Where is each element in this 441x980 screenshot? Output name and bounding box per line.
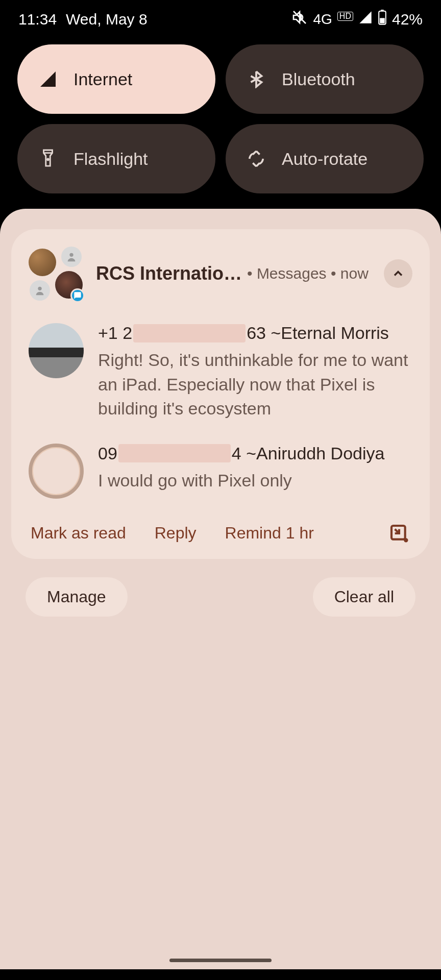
status-icons: 4G HD 42% <box>291 9 423 29</box>
signal-icon <box>38 69 58 89</box>
qs-label: Internet <box>74 69 132 89</box>
message-sender: +1 263 ~Eternal Morris <box>98 323 412 343</box>
notification-meta: • Messages • now <box>247 265 369 282</box>
quick-settings: Internet Bluetooth Flashlight Auto-rotat… <box>0 38 441 209</box>
remind-button[interactable]: Remind 1 hr <box>225 524 314 543</box>
mute-icon <box>291 9 308 29</box>
qs-bluetooth[interactable]: Bluetooth <box>226 44 424 114</box>
notification-shade: RCS Internatio… • Messages • now +1 263 … <box>0 209 441 969</box>
qs-internet[interactable]: Internet <box>17 44 215 114</box>
chevron-up-icon <box>391 266 405 281</box>
svg-point-3 <box>47 158 49 160</box>
status-date: Wed, May 8 <box>66 11 148 28</box>
signal-icon <box>358 10 373 28</box>
auto-rotate-icon <box>246 149 266 169</box>
qs-label: Auto-rotate <box>282 149 368 169</box>
mark-as-read-button[interactable]: Mark as read <box>31 524 126 543</box>
message-text: Right! So, it's unthinkable for me to wa… <box>98 348 412 421</box>
collapse-button[interactable] <box>384 259 412 288</box>
qs-label: Bluetooth <box>282 69 355 89</box>
svg-point-5 <box>38 287 41 290</box>
group-avatar <box>29 247 83 301</box>
redacted <box>133 324 246 342</box>
message-item: +1 263 ~Eternal Morris Right! So, it's u… <box>29 323 412 421</box>
manage-button[interactable]: Manage <box>26 577 128 617</box>
qs-autorotate[interactable]: Auto-rotate <box>226 124 424 193</box>
qs-label: Flashlight <box>74 149 148 169</box>
message-text: I would go with Pixel only <box>98 469 412 493</box>
notification-header: RCS Internatio… • Messages • now <box>29 247 412 301</box>
clear-all-button[interactable]: Clear all <box>313 577 415 617</box>
svg-rect-1 <box>381 10 383 11</box>
bubble-icon <box>389 523 409 544</box>
avatar <box>29 444 84 499</box>
svg-point-7 <box>404 538 408 542</box>
hd-badge: HD <box>337 12 353 21</box>
status-bar: 11:34 Wed, May 8 4G HD 42% <box>0 0 441 38</box>
qs-flashlight[interactable]: Flashlight <box>17 124 215 193</box>
notification-title: RCS Internatio… <box>96 263 242 284</box>
svg-rect-2 <box>380 18 385 23</box>
message-sender: 094 ~Aniruddh Dodiya <box>98 444 412 463</box>
avatar <box>29 323 84 378</box>
bluetooth-icon <box>246 69 266 89</box>
status-time: 11:34 <box>18 11 57 28</box>
shade-footer: Manage Clear all <box>11 559 430 617</box>
messages-badge-icon <box>70 288 85 303</box>
network-label: 4G <box>313 11 332 28</box>
notification-actions: Mark as read Reply Remind 1 hr <box>29 522 412 545</box>
reply-button[interactable]: Reply <box>155 524 197 543</box>
redacted <box>118 444 231 462</box>
flashlight-icon <box>38 149 58 169</box>
svg-point-4 <box>69 253 73 257</box>
nav-handle[interactable] <box>169 959 272 962</box>
notification-card[interactable]: RCS Internatio… • Messages • now +1 263 … <box>11 229 430 559</box>
message-item: 094 ~Aniruddh Dodiya I would go with Pix… <box>29 444 412 499</box>
battery-percent: 42% <box>392 11 423 28</box>
battery-icon <box>378 10 387 29</box>
bubble-button[interactable] <box>388 522 410 545</box>
